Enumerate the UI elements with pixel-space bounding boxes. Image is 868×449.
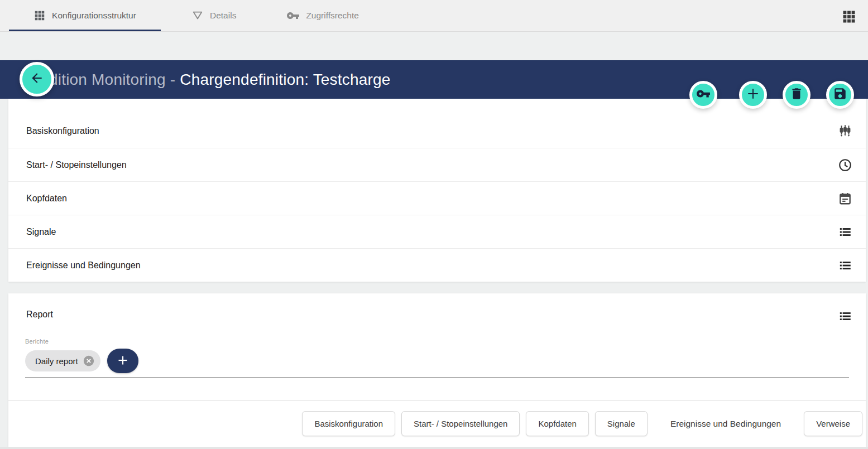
chip-label: Daily report	[35, 356, 78, 366]
list-icon	[838, 309, 852, 326]
key-icon	[696, 86, 711, 103]
permissions-button[interactable]	[689, 81, 717, 109]
apps-grid-icon[interactable]	[841, 9, 857, 25]
footer-button-verweise[interactable]: Verweise	[804, 411, 862, 436]
tab-zugriffsrechte[interactable]: Zugriffsrechte	[286, 0, 358, 31]
footer-button-ereignisse[interactable]: Ereignisse und Bedingungen	[654, 411, 798, 436]
section-row-signale[interactable]: Signale	[8, 215, 866, 248]
section-label: Start- / Stopeinstellungen	[26, 160, 127, 170]
footer-button-signale[interactable]: Signale	[595, 411, 648, 436]
tab-label: Zugriffsrechte	[306, 11, 358, 21]
berichte-field: Berichte Daily report	[25, 338, 849, 378]
filter-icon	[191, 9, 204, 22]
section-gap	[0, 282, 868, 293]
cancel-icon[interactable]	[83, 355, 95, 367]
section-label: Ereignisse und Bedingungen	[26, 260, 141, 271]
section-row-basiskonfiguration[interactable]: Basiskonfiguration	[8, 114, 866, 148]
section-row-ereignisse[interactable]: Ereignisse und Bedingungen	[8, 248, 866, 282]
section-label: Kopfdaten	[26, 194, 67, 204]
footer-nav: Basiskonfiguration Start- / Stopeinstell…	[8, 400, 866, 447]
berichte-field-label: Berichte	[25, 338, 849, 345]
footer-button-start-stop[interactable]: Start- / Stopeinstellungen	[401, 411, 520, 436]
tab-bar: Konfigurationsstruktur Details Zugriffsr…	[0, 0, 868, 32]
report-spacer	[8, 378, 866, 400]
section-list: Basiskonfiguration Start- / Stopeinstell…	[8, 99, 866, 282]
tab-label: Details	[210, 11, 236, 21]
section-row-start-stop[interactable]: Start- / Stopeinstellungen	[8, 148, 866, 181]
report-title: Report	[26, 309, 53, 320]
tab-details[interactable]: Details	[191, 0, 236, 31]
key-icon	[286, 9, 300, 22]
tab-konfigurationsstruktur[interactable]: Konfigurationsstruktur	[9, 0, 161, 31]
delete-button[interactable]	[783, 81, 811, 109]
section-row-kopfdaten[interactable]: Kopfdaten	[8, 181, 866, 215]
report-chip: Daily report	[25, 350, 100, 371]
sliders-icon	[838, 124, 852, 138]
action-buttons	[689, 81, 854, 109]
list-icon	[838, 225, 852, 239]
page-content: Condition Monitoring - Chargendefinition…	[0, 60, 868, 449]
grid-icon	[33, 9, 46, 22]
plus-icon	[116, 354, 130, 369]
berichte-chip-row: Daily report	[25, 349, 849, 378]
footer-button-basiskonfiguration[interactable]: Basiskonfiguration	[302, 411, 395, 436]
report-header-row[interactable]: Report	[8, 293, 866, 326]
clock-icon	[838, 158, 852, 172]
tab-label: Konfigurationsstruktur	[52, 11, 136, 21]
arrow-left-icon	[30, 71, 44, 88]
active-tab-underline	[9, 30, 161, 31]
section-label: Signale	[26, 227, 56, 237]
save-icon	[833, 86, 847, 103]
add-button[interactable]	[739, 81, 767, 109]
bottom-strip	[0, 447, 868, 449]
report-card: Report Berichte Daily report	[8, 293, 866, 447]
calendar-icon	[838, 191, 852, 206]
add-report-button[interactable]	[107, 349, 138, 373]
trash-icon	[789, 86, 804, 103]
save-button[interactable]	[826, 81, 854, 109]
page-title: Condition Monitoring - Chargendefinition…	[20, 71, 391, 89]
title-main: Chargendefinition: Testcharge	[180, 71, 390, 88]
footer-button-kopfdaten[interactable]: Kopfdaten	[526, 411, 588, 436]
list-icon	[838, 258, 852, 273]
plus-icon	[745, 86, 761, 104]
back-button[interactable]	[20, 62, 54, 96]
section-label: Basiskonfiguration	[26, 126, 99, 136]
